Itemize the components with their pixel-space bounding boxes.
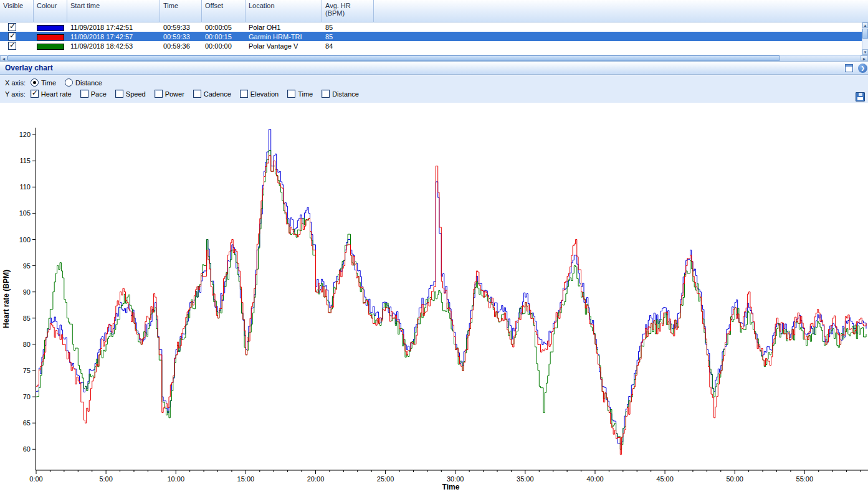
overlay-chart-area: 60657075808590951001051101151200:005:001… [0,103,868,492]
column-header-filler [374,0,868,22]
x-option-time[interactable]: Time [31,78,56,87]
heart-rate-checkbox[interactable] [31,90,39,98]
overlay-chart-svg[interactable]: 60657075808590951001051101151200:005:001… [0,103,868,492]
distance-checkbox[interactable] [322,90,330,98]
speed-checkbox[interactable] [115,90,123,98]
column-header-start-time[interactable]: Start time [67,0,160,22]
cell-offset: 00:00:00 [202,42,246,50]
cell-time: 00:59:36 [160,42,202,50]
svg-text:95: 95 [23,262,31,270]
scroll-right-icon[interactable]: ► [861,55,868,61]
svg-text:115: 115 [19,157,31,164]
svg-text:15:00: 15:00 [237,475,255,483]
save-image-icon[interactable] [856,92,865,102]
cell-offset: 00:00:15 [202,33,246,40]
svg-text:50:00: 50:00 [726,475,743,483]
svg-text:85: 85 [23,315,31,322]
svg-text:40:00: 40:00 [586,475,604,483]
y-option-power[interactable]: Power [155,90,184,98]
svg-text:10:00: 10:00 [167,475,184,483]
cell-avg-hr: 84 [322,42,374,50]
cell-start-time: 11/09/2018 17:42:51 [67,24,160,31]
y-axis-label: Y axis: [5,90,26,98]
sessions-table: Visible Colour Start time Time Offset Lo… [0,0,868,61]
hrm-comparison-app: Visible Colour Start time Time Offset Lo… [0,0,868,492]
x-option-distance[interactable]: Distance [65,78,102,87]
svg-text:70: 70 [23,393,31,400]
distance-radio[interactable] [65,78,73,87]
column-header-time[interactable]: Time [160,0,202,22]
pace-checkbox[interactable] [80,90,88,98]
svg-text:80: 80 [23,341,31,348]
table-horizontal-scrollbar[interactable]: ◄ ► [0,55,868,61]
table-header-row: Visible Colour Start time Time Offset Lo… [0,0,868,22]
visible-checkbox[interactable] [8,32,16,40]
panel-circle-button-icon[interactable]: ❯ [858,64,867,73]
svg-text:25:00: 25:00 [377,475,394,483]
cell-time: 00:59:33 [160,24,202,31]
y-option-elevation[interactable]: Elevation [240,90,279,98]
column-header-location[interactable]: Location [246,0,322,22]
power-checkbox[interactable] [155,90,163,98]
cell-location: Garmin HRM-TRI [246,33,322,40]
colour-swatch[interactable] [37,34,64,40]
time-checkbox[interactable] [287,90,295,98]
cadence-checkbox[interactable] [193,90,201,98]
visible-checkbox[interactable] [8,42,16,50]
svg-text:105: 105 [19,209,31,217]
y-option-time[interactable]: Time [287,90,313,98]
panel-window-icon[interactable] [845,64,853,72]
cell-location: Polar Vantage V [246,42,322,50]
svg-text:55:00: 55:00 [796,475,814,483]
table-row[interactable]: 11/09/2018 17:42:57 00:59:33 00:00:15 Ga… [0,32,868,41]
x-axis-options: X axis: Time Distance [5,78,868,87]
horizontal-scroll-thumb[interactable] [7,55,780,61]
time-radio[interactable] [31,78,39,87]
colour-swatch[interactable] [37,25,64,31]
svg-text:0:00: 0:00 [29,475,42,483]
colour-swatch[interactable] [37,44,64,50]
svg-text:65: 65 [23,419,31,427]
panel-title: Overlay chart [0,64,845,72]
svg-text:Heart rate (BPM): Heart rate (BPM) [2,270,11,328]
svg-text:110: 110 [19,183,31,191]
chart-controls: X axis: Time Distance Y axis: Heart rate… [0,75,868,103]
column-header-avg-hr[interactable]: Avg. HR (BPM) [322,0,374,22]
y-axis-options: Y axis: Heart rate Pace Speed Power Cade… [5,90,868,98]
overlay-chart-header: Overlay chart ❯ [0,61,868,75]
y-option-heart-rate[interactable]: Heart rate [31,90,72,98]
svg-text:60: 60 [23,445,31,453]
column-header-offset[interactable]: Offset [202,0,246,22]
svg-text:Time: Time [442,483,460,491]
svg-text:100: 100 [19,236,31,244]
cell-avg-hr: 85 [322,33,374,40]
y-option-distance[interactable]: Distance [322,90,359,98]
column-header-colour[interactable]: Colour [34,0,67,22]
table-vertical-scrollbar[interactable]: ▲ ▼ [862,22,868,55]
x-axis-label: X axis: [5,79,26,87]
column-header-visible[interactable]: Visible [0,0,34,22]
scroll-left-icon[interactable]: ◄ [0,55,7,61]
cell-start-time: 11/09/2018 17:42:57 [67,33,160,40]
table-row[interactable]: 11/09/2018 17:42:51 00:59:33 00:00:05 Po… [0,22,868,32]
svg-text:20:00: 20:00 [307,475,325,483]
svg-text:90: 90 [23,288,31,296]
cell-location: Polar OH1 [246,24,322,31]
visible-checkbox[interactable] [8,23,16,31]
elevation-checkbox[interactable] [240,90,248,98]
cell-time: 00:59:33 [160,33,202,40]
x-option-distance-label: Distance [75,79,102,87]
svg-text:35:00: 35:00 [517,475,534,483]
svg-text:5:00: 5:00 [99,475,112,483]
scroll-up-icon[interactable]: ▲ [862,22,868,28]
svg-text:75: 75 [23,367,31,374]
vertical-scroll-thumb[interactable] [862,29,868,39]
cell-avg-hr: 85 [322,24,374,31]
y-option-pace[interactable]: Pace [80,90,107,98]
y-option-cadence[interactable]: Cadence [193,90,231,98]
svg-text:120: 120 [19,131,31,138]
svg-text:30:00: 30:00 [447,475,464,483]
y-option-speed[interactable]: Speed [115,90,146,98]
scroll-down-icon[interactable]: ▼ [862,49,868,55]
table-row[interactable]: 11/09/2018 18:42:53 00:59:36 00:00:00 Po… [0,41,868,50]
